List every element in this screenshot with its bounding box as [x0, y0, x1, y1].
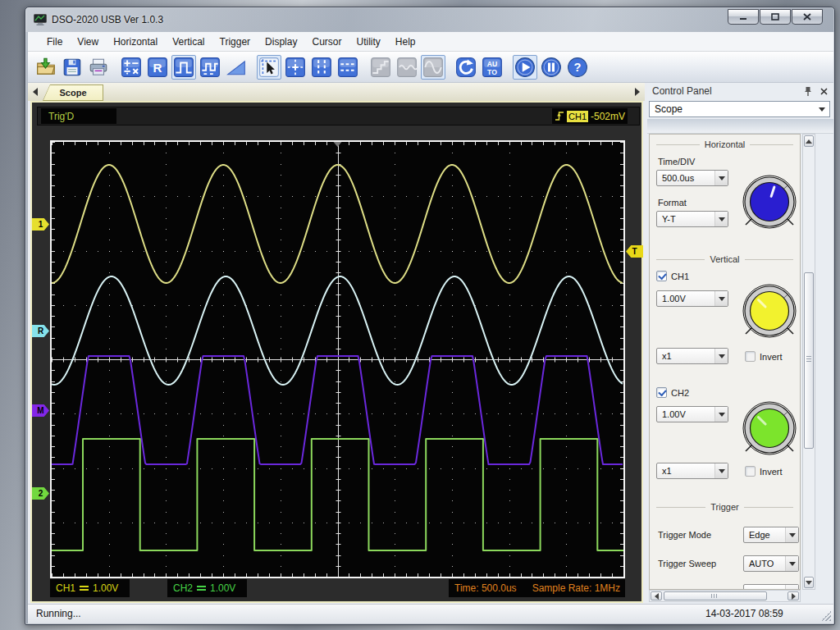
toolbar-h-cursors-button[interactable] [336, 55, 360, 80]
ch2-invert-checkbox[interactable]: Invert [745, 466, 783, 477]
ch1-scale-dropdown[interactable]: 1.00V [656, 290, 728, 307]
menu-item-file[interactable]: File [39, 34, 70, 50]
scroll-left-icon[interactable] [651, 591, 662, 600]
toolbar-auto-setup-button[interactable]: AUTO [480, 55, 504, 80]
status-bar: Running... 14-03-2017 08:59 [28, 604, 833, 623]
tab-scope[interactable]: Scope [43, 84, 103, 101]
tab-scroll-left-icon[interactable] [33, 88, 38, 96]
toolbar-help-button[interactable]: ? [565, 55, 590, 80]
toolbar-ramp-button[interactable] [224, 55, 249, 80]
toolbar-open-file-button[interactable] [34, 55, 58, 80]
menu-item-trigger[interactable]: Trigger [212, 34, 258, 50]
scope-panel: Trig'D CH1 -502mV CH11.00V [30, 101, 643, 603]
toolbar-play-button[interactable] [513, 55, 537, 80]
menu-item-utility[interactable]: Utility [349, 34, 387, 50]
panel-vertical-scrollbar[interactable] [802, 134, 815, 590]
title-bar[interactable]: DSO-2020 USB Ver 1.0.3 [25, 7, 834, 32]
toolbar-refresh-button[interactable] [454, 55, 478, 80]
scope-graticule [50, 140, 625, 578]
format-dropdown[interactable]: Y-T [656, 211, 728, 227]
marker-2[interactable]: 2 [32, 487, 49, 500]
toolbar-print-button[interactable] [86, 55, 111, 80]
ch1-position-knob[interactable] [738, 280, 801, 342]
svg-text:?: ? [574, 61, 582, 74]
vertical-section-title: Vertical [656, 254, 793, 264]
control-panel-header: Control Panel [647, 83, 833, 99]
menu-item-view[interactable]: View [70, 34, 106, 50]
trigger-status-bar: Trig'D CH1 -502mV [37, 107, 640, 126]
marker-1[interactable]: 1 [32, 218, 49, 231]
toolbar: RAUTO? [28, 52, 833, 83]
control-panel-content: Horizontal Time/DIV 500.0us Format Y-T V… [649, 134, 801, 590]
trigger-mode-dropdown[interactable]: Edge [743, 527, 799, 543]
panel-selector-dropdown[interactable]: Scope [649, 101, 830, 117]
ch1-enable-checkbox[interactable]: CH1 [656, 271, 689, 281]
time-div-label: Time/DIV [658, 157, 695, 167]
toolbar-pulse-offset-button[interactable] [198, 55, 222, 80]
close-panel-icon[interactable] [819, 87, 829, 96]
toolbar-wave-large-button [421, 55, 445, 80]
ch1-invert-checkbox[interactable]: Invert [745, 351, 783, 362]
ch1-probe-dropdown[interactable]: x1 [656, 348, 728, 364]
svg-text:R: R [153, 60, 162, 74]
trigger-mode-label: Trigger Mode [658, 530, 711, 540]
tab-scope-label: Scope [59, 88, 86, 98]
menu-item-help[interactable]: Help [388, 34, 423, 50]
ch2-position-knob[interactable] [738, 397, 801, 459]
horizontal-section-title: Horizontal [656, 139, 793, 149]
pin-icon[interactable] [803, 86, 813, 97]
panel-horizontal-scrollbar[interactable] [649, 590, 801, 602]
toolbar-grid-button[interactable] [283, 55, 308, 80]
format-label: Format [658, 198, 687, 208]
menu-item-display[interactable]: Display [258, 34, 304, 50]
toolbar-pulse-button[interactable] [171, 55, 196, 80]
scrollbar-thumb[interactable] [804, 272, 814, 449]
status-message: Running... [36, 608, 81, 619]
toolbar-v-cursors-button[interactable] [309, 55, 334, 80]
time-div-dropdown[interactable]: 500.0us [656, 170, 728, 186]
app-icon [34, 14, 47, 25]
maximize-button[interactable] [760, 9, 791, 25]
menu-item-horizontal[interactable]: Horizontal [106, 34, 165, 50]
scope-display[interactable] [52, 142, 623, 577]
sample-rate-value: Sample Rate: 1MHz [532, 582, 620, 594]
edge-trigger-icon [555, 110, 564, 122]
toolbar-reference-button[interactable]: R [145, 55, 170, 80]
scrollbar-thumb[interactable] [664, 591, 767, 600]
horizontal-knob[interactable] [738, 171, 801, 233]
ch2-readout: CH21.00V [167, 579, 247, 597]
ch2-enable-checkbox[interactable]: CH2 [656, 387, 689, 398]
scroll-down-icon[interactable] [804, 577, 814, 588]
trigger-sweep-dropdown[interactable]: AUTO [743, 555, 799, 572]
scroll-up-icon[interactable] [804, 135, 814, 147]
ch2-scale-dropdown[interactable]: 1.00V [656, 406, 728, 422]
toolbar-pause-button[interactable] [539, 55, 564, 80]
marker-r[interactable]: R [32, 325, 49, 337]
marker-t[interactable]: T [626, 245, 643, 258]
minimize-button[interactable] [728, 9, 759, 25]
app-window: DSO-2020 USB Ver 1.0.3 FileViewHorizonta… [25, 7, 835, 625]
control-panel: Control Panel Scope Horizontal Time/DIV … [647, 83, 833, 605]
trigger-source-dropdown[interactable]: CH1 [743, 584, 799, 590]
trigger-section-title: Trigger [656, 502, 793, 512]
resize-grip[interactable] [821, 611, 831, 621]
toolbar-save-button[interactable] [60, 55, 84, 80]
close-button[interactable] [792, 9, 823, 25]
desktop: { "window": { "title": "DSO-2020 USB Ver… [0, 0, 840, 630]
menu-item-vertical[interactable]: Vertical [165, 34, 212, 50]
panel-divider [647, 119, 833, 134]
toolbar-step-wave-button [368, 55, 393, 80]
tab-scroll-right-icon[interactable] [635, 88, 640, 96]
svg-text:AU: AU [487, 59, 498, 67]
marker-m[interactable]: M [32, 404, 49, 417]
trigger-readout: CH1 -502mV [552, 108, 628, 124]
ch2-probe-dropdown[interactable]: x1 [656, 463, 728, 479]
toolbar-math-button[interactable] [119, 55, 144, 80]
toolbar-pointer-button[interactable] [257, 55, 281, 80]
menu-item-cursor[interactable]: Cursor [304, 34, 349, 50]
scroll-right-icon[interactable] [788, 591, 799, 600]
timebase-readout: Time: 500.0us Sample Rate: 1MHz [449, 579, 625, 597]
toolbar-wave-small-button [395, 55, 419, 80]
trigger-status: Trig'D [41, 108, 116, 124]
ch1-readout: CH11.00V [50, 579, 130, 597]
